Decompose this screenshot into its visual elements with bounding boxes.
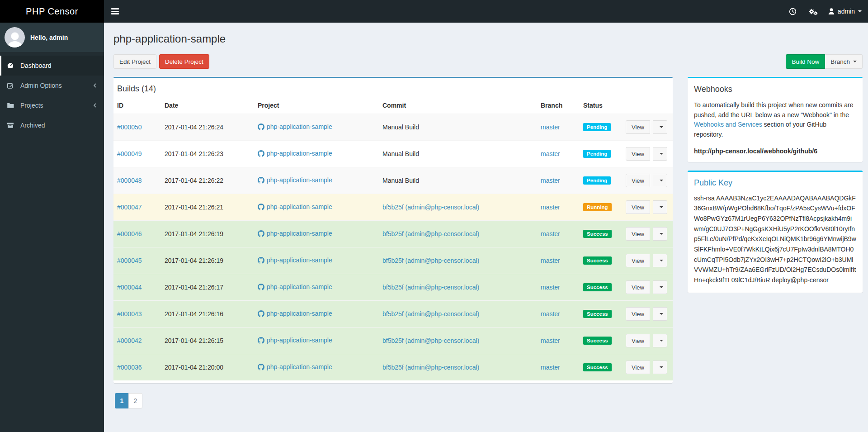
view-build-button[interactable]: View [626,227,650,241]
branch-link[interactable]: master [541,337,560,344]
branch-link[interactable]: master [541,284,560,291]
project-link[interactable]: php-application-sample [258,256,332,264]
caret-down-icon [660,126,663,128]
view-build-button[interactable]: View [626,147,650,161]
view-dropdown-button[interactable] [653,174,667,187]
branch-link[interactable]: master [541,123,560,131]
build-id-link[interactable]: #000044 [117,284,142,291]
build-id-link[interactable]: #000050 [117,123,142,131]
pagination-page-1[interactable]: 1 [115,393,129,408]
project-link[interactable]: php-application-sample [258,123,332,130]
column-header [628,99,673,114]
view-build-button[interactable]: View [626,120,650,134]
pagination-page-2[interactable]: 2 [128,393,142,408]
archive-icon [7,122,14,129]
commit-link[interactable]: bf5b25f (admin@php-censor.local) [382,337,479,344]
edit-project-button[interactable]: Edit Project [113,54,156,69]
commit-link[interactable]: bf5b25f (admin@php-censor.local) [382,364,479,371]
branch-link[interactable]: master [541,310,560,318]
sidebar-item-label: Projects [20,102,43,109]
app-logo[interactable]: PHP Censor [0,0,104,23]
project-link[interactable]: php-application-sample [258,176,332,184]
caret-down-icon [660,153,663,155]
status-badge: Success [583,256,612,265]
branch-dropdown-button[interactable]: Branch [825,54,863,69]
build-history-button[interactable] [783,0,802,23]
commit-link: Manual Build [382,177,419,184]
settings-button[interactable] [802,0,824,23]
build-date: 2017-01-04 21:26:21 [161,194,254,221]
commit-link[interactable]: bf5b25f (admin@php-censor.local) [382,204,479,211]
build-id-link[interactable]: #000043 [117,310,142,318]
edit-icon [7,82,14,89]
table-row: #000045 2017-01-04 21:26:19 php-applicat… [113,247,673,274]
view-dropdown-button[interactable] [653,280,667,294]
project-link[interactable]: php-application-sample [258,310,332,317]
commit-link[interactable]: bf5b25f (admin@php-censor.local) [382,230,479,237]
status-badge: Pending [583,150,611,158]
view-build-button[interactable]: View [626,174,650,187]
view-build-button[interactable]: View [626,307,650,321]
build-id-link[interactable]: #000047 [117,204,142,211]
user-icon [828,8,835,15]
view-dropdown-button[interactable] [653,307,667,321]
view-dropdown-button[interactable] [653,361,667,374]
view-dropdown-button[interactable] [653,147,667,161]
caret-down-icon [660,286,663,288]
commit-link[interactable]: bf5b25f (admin@php-censor.local) [382,284,479,291]
view-dropdown-button[interactable] [653,254,667,267]
view-dropdown-button[interactable] [653,120,667,134]
build-id-link[interactable]: #000036 [117,364,142,371]
sidebar-item-archived[interactable]: Archived [0,115,104,135]
build-id-link[interactable]: #000048 [117,177,142,184]
webhook-url: http://php-censor.local/webhook/github/6 [694,147,856,155]
project-name: php-application-sample [267,363,332,370]
branch-link[interactable]: master [541,230,560,237]
column-header: Commit [379,99,537,114]
sidebar-item-icon [7,122,17,129]
project-link[interactable]: php-application-sample [258,363,332,370]
project-link[interactable]: php-application-sample [258,203,332,210]
user-menu-button[interactable]: admin [824,0,868,23]
caret-down-icon [858,10,862,12]
project-name: php-application-sample [267,283,332,290]
project-link[interactable]: php-application-sample [258,337,332,344]
sidebar-item-projects[interactable]: Projects [0,95,104,115]
dashboard-icon [7,62,14,69]
view-dropdown-button[interactable] [653,334,667,347]
sidebar-item-admin-options[interactable]: Admin Options [0,76,104,95]
build-id-link[interactable]: #000042 [117,337,142,344]
view-build-button[interactable]: View [626,280,650,294]
github-icon [258,150,264,157]
webhooks-services-link[interactable]: Webhooks and Services [694,121,762,128]
build-now-button[interactable]: Build Now [786,54,825,69]
project-link[interactable]: php-application-sample [258,283,332,290]
project-link[interactable]: php-application-sample [258,150,332,157]
branch-link[interactable]: master [541,364,560,371]
commit-link[interactable]: bf5b25f (admin@php-censor.local) [382,257,479,264]
view-build-button[interactable]: View [626,334,650,347]
view-build-button[interactable]: View [626,200,650,214]
build-id-link[interactable]: #000045 [117,257,142,264]
caret-down-icon [660,260,663,261]
github-icon [258,257,264,264]
branch-link[interactable]: master [541,257,560,264]
builds-panel: Builds (14) IDDateProjectCommitBranchSta… [113,77,673,383]
column-header: ID [113,99,161,114]
branch-link[interactable]: master [541,204,560,211]
view-dropdown-button[interactable] [653,200,667,214]
view-build-button[interactable]: View [626,361,650,374]
view-dropdown-button[interactable] [653,227,667,241]
sidebar-item-dashboard[interactable]: Dashboard [0,56,104,76]
build-id-link[interactable]: #000049 [117,150,142,157]
delete-project-button[interactable]: Delete Project [159,54,209,69]
project-link[interactable]: php-application-sample [258,230,332,237]
commit-link[interactable]: bf5b25f (admin@php-censor.local) [382,310,479,318]
branch-link[interactable]: master [541,150,560,157]
sidebar-toggle-button[interactable] [104,0,126,23]
public-key-value: ssh-rsa AAAAB3NzaC1yc2EAAAADAQABAAABAQDG… [694,193,856,285]
branch-link[interactable]: master [541,177,560,184]
build-date: 2017-01-04 21:26:24 [161,114,254,141]
build-id-link[interactable]: #000046 [117,230,142,237]
view-build-button[interactable]: View [626,254,650,267]
